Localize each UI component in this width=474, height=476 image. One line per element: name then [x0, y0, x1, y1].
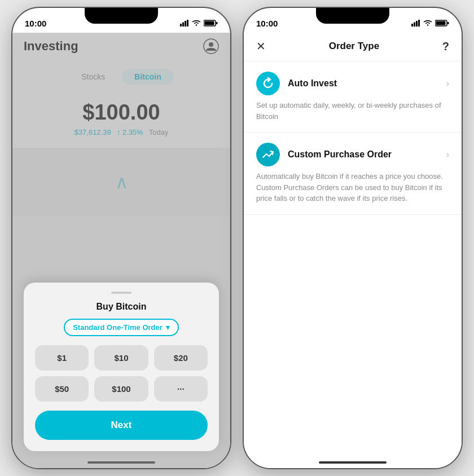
sheet-handle	[111, 292, 131, 294]
status-icons-left	[180, 20, 218, 27]
time-right: 10:00	[256, 19, 278, 28]
order-type-title: Order Type	[329, 41, 379, 52]
order-type-pill[interactable]: Standard One-Time Order ▾	[64, 319, 179, 336]
amount-grid: $1 $10 $20 $50 $100 ···	[35, 345, 208, 402]
svg-rect-12	[416, 21, 418, 27]
next-button[interactable]: Next	[35, 411, 208, 440]
option-top-auto: Auto Invest ›	[256, 72, 449, 95]
order-type-label: Standard One-Time Order	[73, 323, 163, 332]
battery-icon-right	[435, 20, 449, 27]
amount-100[interactable]: $100	[94, 376, 148, 402]
left-phone: 10:00 Investing	[11, 7, 231, 469]
custom-purchase-desc: Automatically buy Bitcoin if it reaches …	[256, 171, 449, 204]
svg-point-4	[196, 24, 197, 25]
custom-purchase-name: Custom Purchase Order	[288, 149, 392, 160]
amount-50[interactable]: $50	[35, 376, 89, 402]
help-button[interactable]: ?	[442, 40, 449, 53]
close-button[interactable]: ✕	[256, 39, 266, 53]
order-type-header: ✕ Order Type ?	[244, 33, 462, 61]
option-left-auto: Auto Invest	[256, 72, 337, 95]
svg-rect-0	[180, 24, 182, 27]
svg-rect-6	[205, 21, 214, 25]
svg-rect-7	[216, 22, 218, 24]
amount-more[interactable]: ···	[154, 376, 208, 402]
home-indicator-right	[319, 461, 387, 464]
custom-purchase-chevron: ›	[446, 149, 449, 160]
svg-rect-1	[182, 23, 184, 27]
bottom-sheet: Buy Bitcoin Standard One-Time Order ▾ $1…	[24, 283, 219, 451]
svg-rect-2	[185, 21, 186, 27]
svg-point-14	[427, 24, 428, 25]
svg-rect-3	[187, 20, 188, 27]
right-phone: 10:00 ✕ Order Type	[243, 7, 463, 469]
battery-icon	[204, 20, 218, 27]
amount-1[interactable]: $1	[35, 345, 89, 371]
auto-invest-option[interactable]: Auto Invest › Set up automatic daily, we…	[244, 61, 462, 133]
auto-invest-icon	[256, 72, 280, 95]
screen-content-left: Investing Stocks Bitcoin $100.00 $37,612…	[12, 33, 230, 468]
screen-content-right: ✕ Order Type ? Auto Invest › Set up au	[244, 33, 462, 468]
auto-invest-name: Auto Invest	[288, 78, 337, 89]
svg-rect-13	[418, 20, 420, 27]
svg-rect-16	[436, 21, 446, 25]
notch-right	[316, 8, 389, 24]
option-top-custom: Custom Purchase Order ›	[256, 143, 449, 166]
order-type-chevron: ▾	[166, 323, 170, 332]
auto-invest-chevron: ›	[446, 78, 449, 89]
amount-20[interactable]: $20	[154, 345, 208, 371]
auto-invest-desc: Set up automatic daily, weekly, or bi-we…	[256, 100, 449, 122]
sheet-title: Buy Bitcoin	[35, 302, 208, 312]
option-left-custom: Custom Purchase Order	[256, 143, 392, 166]
wifi-icon	[192, 20, 201, 27]
chart-arrow-icon	[262, 148, 274, 161]
status-icons-right	[411, 20, 449, 27]
signal-icon-right	[411, 20, 420, 27]
svg-rect-11	[414, 23, 415, 27]
time-left: 10:00	[25, 19, 46, 28]
amount-10[interactable]: $10	[94, 345, 148, 371]
svg-rect-17	[447, 22, 449, 24]
notch	[85, 8, 158, 24]
signal-icon	[180, 20, 189, 27]
custom-purchase-option[interactable]: Custom Purchase Order › Automatically bu…	[244, 133, 462, 215]
custom-purchase-icon	[256, 143, 280, 166]
wifi-icon-right	[423, 20, 432, 27]
refresh-icon	[262, 77, 274, 90]
svg-rect-10	[411, 24, 413, 27]
